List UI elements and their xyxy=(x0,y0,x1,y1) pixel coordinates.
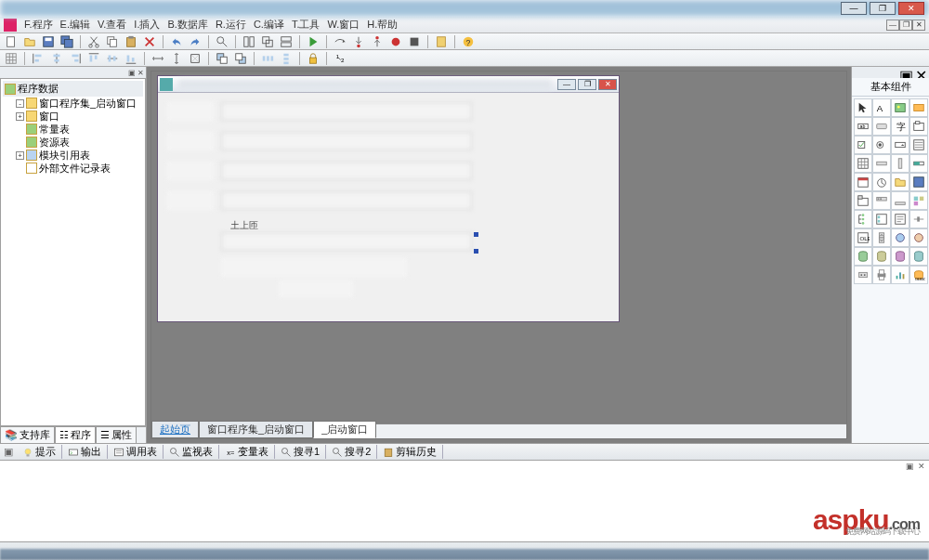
tab-calls[interactable]: 调用表 xyxy=(108,445,164,459)
db1-icon[interactable] xyxy=(854,247,872,266)
tab-clipboard[interactable]: 剪辑历史 xyxy=(377,445,443,459)
grid-icon[interactable] xyxy=(4,51,19,66)
form-maximize[interactable]: ❐ xyxy=(578,79,596,90)
align-center-icon[interactable] xyxy=(49,51,64,66)
delete-icon[interactable] xyxy=(142,34,157,49)
expand-icon[interactable]: + xyxy=(16,151,24,160)
updown-icon[interactable] xyxy=(872,228,891,247)
menu-edit[interactable]: E.编辑 xyxy=(57,18,94,32)
undo-icon[interactable] xyxy=(169,34,184,49)
tab-startup-window[interactable]: _启动窗口 xyxy=(313,421,376,438)
stop-icon[interactable] xyxy=(407,34,422,49)
tree-node[interactable]: 常量表 xyxy=(16,123,143,136)
shape-icon[interactable] xyxy=(909,98,928,117)
tab-program-set[interactable]: 窗口程序集_启动窗口 xyxy=(199,421,313,438)
selection-handle[interactable] xyxy=(474,232,478,237)
help-icon[interactable]: ? xyxy=(461,34,476,49)
minimize-button[interactable]: — xyxy=(841,2,867,15)
frame-icon[interactable] xyxy=(909,117,928,136)
bring-front-icon[interactable] xyxy=(215,51,229,66)
menu-tools[interactable]: T.工具 xyxy=(288,18,324,32)
align-bottom-icon[interactable] xyxy=(124,51,138,66)
savefile-icon[interactable] xyxy=(909,173,928,191)
tree-node[interactable]: 外部文件记录表 xyxy=(16,162,143,175)
redo-icon[interactable] xyxy=(188,34,203,49)
richedit-icon[interactable] xyxy=(891,210,909,228)
align-right-icon[interactable] xyxy=(68,51,83,66)
expand-icon[interactable]: + xyxy=(16,112,24,121)
step-into-icon[interactable] xyxy=(351,34,366,49)
grid-icon[interactable] xyxy=(854,154,872,173)
treeview-icon[interactable] xyxy=(854,210,872,228)
form-designer-window[interactable]: — ❐ ✕ 土上匝 xyxy=(157,75,620,322)
breakpoint-icon[interactable] xyxy=(388,34,403,49)
vscroll-icon[interactable] xyxy=(891,154,909,173)
print-icon[interactable] xyxy=(872,266,891,284)
pointer-icon[interactable] xyxy=(854,98,872,117)
db2-icon[interactable] xyxy=(872,247,891,266)
tree-node[interactable]: +模块引用表 xyxy=(16,149,143,162)
tree-node[interactable]: -窗口程序集_启动窗口 xyxy=(16,97,143,110)
socket2-icon[interactable] xyxy=(909,228,928,247)
menu-database[interactable]: B.数据库 xyxy=(164,18,211,32)
tree-node[interactable]: +窗口 xyxy=(16,110,143,123)
window-horiz-icon[interactable] xyxy=(279,34,294,49)
hscroll-icon[interactable] xyxy=(872,154,891,173)
tab-watch[interactable]: 监视表 xyxy=(164,445,219,459)
db3-icon[interactable] xyxy=(891,247,909,266)
cut-icon[interactable] xyxy=(86,34,101,49)
menu-help[interactable]: H.帮助 xyxy=(363,18,401,32)
label-icon[interactable]: A xyxy=(872,98,891,117)
tab-tips[interactable]: 提示 xyxy=(17,445,62,459)
tab-vars[interactable]: x=变量表 xyxy=(219,445,275,459)
font-icon[interactable]: 字 xyxy=(891,117,909,136)
form-titlebar[interactable]: — ❐ ✕ xyxy=(158,76,619,93)
form-minimize[interactable]: — xyxy=(557,79,576,90)
combobox-icon[interactable] xyxy=(891,136,909,154)
mdi-minimize[interactable]: — xyxy=(886,20,899,31)
chart-comp-icon[interactable] xyxy=(891,266,909,284)
listview-icon[interactable] xyxy=(872,210,891,228)
collapse-icon[interactable]: - xyxy=(16,99,24,108)
new-icon[interactable] xyxy=(4,34,19,49)
menu-window[interactable]: W.窗口 xyxy=(323,18,363,32)
menu-insert[interactable]: I.插入 xyxy=(130,18,164,32)
pin-icon[interactable]: ▣ xyxy=(4,446,13,458)
same-width-icon[interactable] xyxy=(150,51,165,66)
panel-close-icon[interactable]: ✕ xyxy=(918,462,925,471)
window-tile-icon[interactable] xyxy=(242,34,256,49)
find-icon[interactable] xyxy=(215,34,229,49)
paste-icon[interactable] xyxy=(124,34,138,49)
odbc-icon[interactable]: ODBC xyxy=(909,266,928,284)
align-top-icon[interactable] xyxy=(86,51,101,66)
save-all-icon[interactable] xyxy=(59,34,74,49)
close-button[interactable]: ✕ xyxy=(898,2,924,15)
selection-handle[interactable] xyxy=(474,249,478,254)
radio-icon[interactable] xyxy=(872,136,891,154)
slider-icon[interactable] xyxy=(909,210,928,228)
pin-icon[interactable]: ▣ xyxy=(899,67,913,78)
step-over-icon[interactable] xyxy=(333,34,347,49)
maximize-button[interactable]: ❐ xyxy=(870,2,896,15)
tab-properties[interactable]: ☰属性 xyxy=(96,426,137,443)
menu-view[interactable]: V.查看 xyxy=(94,18,130,32)
mdi-close[interactable]: ✕ xyxy=(912,20,925,31)
edit-icon[interactable]: ab xyxy=(854,117,872,136)
db4-icon[interactable] xyxy=(909,247,928,266)
open-icon[interactable] xyxy=(22,34,37,49)
tab-search2[interactable]: 搜寻2 xyxy=(326,445,377,459)
send-back-icon[interactable] xyxy=(233,51,248,66)
compile-icon[interactable] xyxy=(434,34,449,49)
menu-program[interactable]: F.程序 xyxy=(20,18,57,32)
lock-icon[interactable] xyxy=(306,51,321,66)
tab-search1[interactable]: 搜寻1 xyxy=(275,445,326,459)
form-canvas[interactable]: 土上匝 xyxy=(158,93,619,321)
panel-close-icon[interactable]: ✕ xyxy=(137,69,144,77)
socket1-icon[interactable] xyxy=(891,228,909,247)
mdi-restore[interactable]: ❐ xyxy=(899,20,912,31)
align-left-icon[interactable] xyxy=(31,51,46,66)
tab-support-lib[interactable]: 📚支持库 xyxy=(0,426,55,443)
ole-icon[interactable]: OLE xyxy=(854,228,872,247)
save-icon[interactable] xyxy=(41,34,56,49)
tab-start-page[interactable]: 起始页 xyxy=(151,421,199,438)
